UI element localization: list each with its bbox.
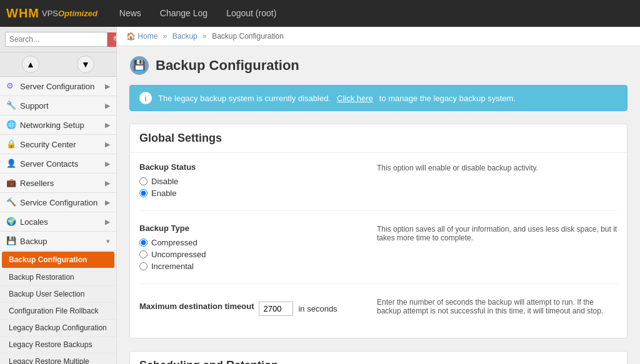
sidebar-item-service-configuration[interactable]: 🔨 Service Configuration ▶ bbox=[0, 193, 116, 212]
logo: WHM VPS Optimized bbox=[6, 6, 98, 21]
timeout-description: Enter the number of seconds the backup w… bbox=[377, 297, 618, 316]
sidebar-subitem-legacy-restore[interactable]: Legacy Restore Backups bbox=[0, 337, 116, 353]
sidebar-item-support[interactable]: 🔧 Support ▶ bbox=[0, 96, 116, 116]
status-enable-radio[interactable] bbox=[139, 189, 148, 197]
topbar: WHM VPS Optimized News Change Log Logout… bbox=[0, 0, 640, 27]
type-compressed-radio[interactable] bbox=[139, 239, 148, 247]
logo-whm: WHM bbox=[6, 6, 39, 21]
sidebar-subitem-legacy-restore-multiple[interactable]: Legacy Restore Multiple Backups bbox=[0, 353, 116, 364]
content-area: 💾 Backup Configuration i The legacy back… bbox=[117, 46, 640, 364]
arrow-icon: ▶ bbox=[105, 140, 110, 149]
sidebar-label-support: Support bbox=[20, 101, 49, 111]
support-icon: 🔧 bbox=[6, 101, 16, 111]
timeout-unit: in seconds bbox=[298, 304, 337, 313]
arrow-icon: ▶ bbox=[105, 199, 110, 207]
max-timeout-left: Maximum destination timeout in seconds bbox=[139, 297, 377, 316]
sidebar-label-resellers: Resellers bbox=[20, 179, 54, 188]
type-uncompressed-label: Uncompressed bbox=[151, 250, 206, 259]
sidebar-item-server-configuration[interactable]: ⚙ Server Configuration ▶ bbox=[0, 77, 116, 96]
logo-vps: VPS bbox=[42, 9, 58, 18]
backup-status-left: Backup Status Disable Enable bbox=[139, 162, 377, 198]
network-icon: 🌐 bbox=[6, 120, 16, 130]
backup-config-page-icon: 💾 bbox=[129, 56, 149, 76]
service-icon: 🔨 bbox=[6, 197, 16, 207]
sidebar-label-backup: Backup bbox=[20, 237, 47, 246]
scheduling-header: Scheduling and Retention bbox=[130, 352, 627, 364]
sidebar-item-server-contacts[interactable]: 👤 Server Contacts ▶ bbox=[0, 154, 116, 174]
nav-up-button[interactable]: ▲ bbox=[22, 56, 39, 73]
sidebar-subitem-config-file-rollback[interactable]: Configuration File Rollback bbox=[0, 303, 116, 320]
search-input[interactable] bbox=[5, 32, 108, 47]
sidebar-subitem-backup-restoration[interactable]: Backup Restoration bbox=[0, 269, 116, 286]
arrow-icon: ▶ bbox=[105, 160, 110, 168]
resellers-icon: 💼 bbox=[6, 178, 16, 188]
breadcrumb-current: Backup Configuration bbox=[212, 32, 284, 41]
backup-status-label: Backup Status bbox=[139, 162, 364, 172]
page-title: Backup Configuration bbox=[156, 57, 299, 74]
status-disable-option[interactable]: Disable bbox=[139, 177, 364, 186]
sidebar-subitem-legacy-backup-config[interactable]: Legacy Backup Configuration bbox=[0, 320, 116, 337]
breadcrumb-backup[interactable]: Backup bbox=[172, 32, 198, 41]
arrow-icon: ▶ bbox=[105, 82, 110, 91]
nav-logout[interactable]: Logout (root) bbox=[217, 0, 286, 27]
type-uncompressed-radio[interactable] bbox=[139, 250, 148, 258]
breadcrumb: 🏠 Home » Backup » Backup Configuration bbox=[117, 27, 640, 46]
type-incremental-label: Incremental bbox=[151, 262, 194, 271]
backup-type-label: Backup Type bbox=[139, 224, 364, 233]
global-settings-header: Global Settings bbox=[130, 124, 627, 153]
sidebar-label-locales: Locales bbox=[20, 217, 48, 227]
arrow-icon: ▶ bbox=[105, 102, 110, 110]
sidebar-subitem-backup-user-selection[interactable]: Backup User Selection bbox=[0, 286, 116, 303]
svg-text:💾: 💾 bbox=[133, 59, 146, 71]
info-banner: i The legacy backup system is currently … bbox=[129, 85, 628, 111]
timeout-input-row: Maximum destination timeout in seconds bbox=[139, 302, 364, 316]
max-timeout-row: Maximum destination timeout in seconds E… bbox=[139, 297, 618, 328]
arrow-icon: ▶ bbox=[105, 179, 110, 187]
backup-status-description: This option will enable or disable backu… bbox=[377, 162, 618, 198]
layout: 🔍 ▲ ▼ ⚙ Server Configuration ▶ 🔧 Support… bbox=[0, 27, 640, 364]
backup-type-left: Backup Type Compressed Uncompressed bbox=[139, 224, 377, 271]
sidebar-item-networking-setup[interactable]: 🌐 Networking Setup ▶ bbox=[0, 116, 116, 135]
info-banner-text: The legacy backup system is currently di… bbox=[158, 94, 331, 103]
global-settings-section: Global Settings Backup Status Disable bbox=[129, 124, 628, 338]
backup-type-row: Backup Type Compressed Uncompressed bbox=[139, 224, 618, 284]
search-button[interactable]: 🔍 bbox=[108, 32, 117, 47]
main-content: 🏠 Home » Backup » Backup Configuration 💾… bbox=[117, 27, 640, 364]
global-settings-body: Backup Status Disable Enable bbox=[130, 153, 627, 338]
nav-arrows: ▲ ▼ bbox=[0, 52, 116, 77]
type-compressed-label: Compressed bbox=[151, 238, 198, 247]
sidebar-subitem-backup-configuration[interactable]: Backup Configuration bbox=[2, 252, 114, 268]
sidebar-label-security-center: Security Center bbox=[20, 140, 76, 149]
sidebar-item-resellers[interactable]: 💼 Resellers ▶ bbox=[0, 174, 116, 193]
arrow-icon: ▶ bbox=[105, 121, 110, 129]
search-bar: 🔍 bbox=[0, 27, 116, 52]
sidebar-label-server-configuration: Server Configuration bbox=[20, 82, 94, 91]
backup-status-row: Backup Status Disable Enable bbox=[139, 162, 618, 211]
backup-status-options: Disable Enable bbox=[139, 177, 364, 198]
sidebar-label-service-configuration: Service Configuration bbox=[20, 198, 98, 207]
timeout-input[interactable] bbox=[259, 302, 293, 316]
status-enable-option[interactable]: Enable bbox=[139, 189, 364, 198]
type-compressed-option[interactable]: Compressed bbox=[139, 238, 364, 247]
nav-changelog[interactable]: Change Log bbox=[151, 0, 217, 27]
scheduling-section: Scheduling and Retention bbox=[129, 351, 628, 364]
sidebar-item-backup[interactable]: 💾 Backup ▾ bbox=[0, 232, 116, 251]
info-banner-after: to manage the legacy backup system. bbox=[379, 94, 516, 103]
type-incremental-option[interactable]: Incremental bbox=[139, 262, 364, 271]
backup-icon: 💾 bbox=[6, 236, 16, 246]
type-uncompressed-option[interactable]: Uncompressed bbox=[139, 250, 364, 259]
contacts-icon: 👤 bbox=[6, 159, 16, 169]
sidebar-item-security-center[interactable]: 🔒 Security Center ▶ bbox=[0, 135, 116, 154]
nav-news[interactable]: News bbox=[110, 0, 151, 27]
sidebar-item-locales[interactable]: 🌍 Locales ▶ bbox=[0, 212, 116, 232]
breadcrumb-home[interactable]: Home bbox=[138, 32, 158, 41]
type-incremental-radio[interactable] bbox=[139, 262, 148, 270]
sidebar-label-networking-setup: Networking Setup bbox=[20, 121, 84, 130]
backup-type-description: This option saves all of your informatio… bbox=[377, 224, 618, 271]
backup-type-options: Compressed Uncompressed Incremental bbox=[139, 238, 364, 271]
status-disable-radio[interactable] bbox=[139, 177, 148, 185]
info-banner-link[interactable]: Click here bbox=[337, 94, 373, 103]
backup-arrow-icon: ▾ bbox=[106, 237, 110, 245]
nav-down-button[interactable]: ▼ bbox=[77, 56, 94, 73]
locales-icon: 🌍 bbox=[6, 217, 16, 227]
